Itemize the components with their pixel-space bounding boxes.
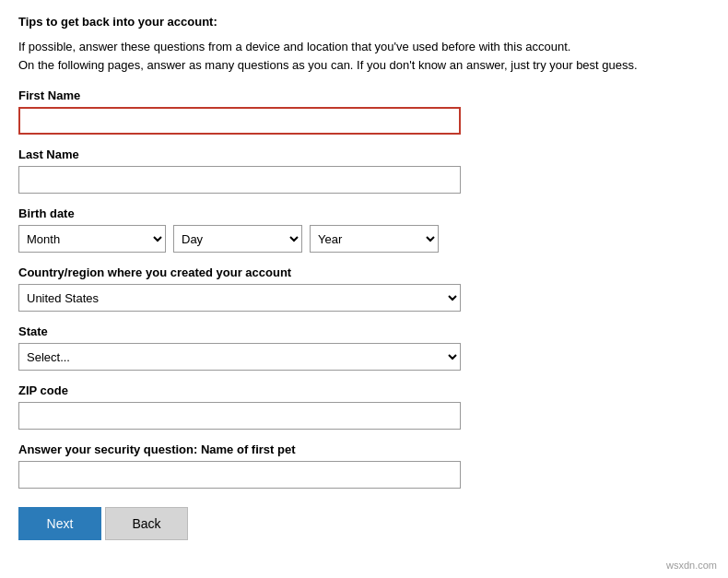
state-group: State Select...: [18, 324, 710, 371]
month-select[interactable]: Month January February March April May J…: [18, 225, 166, 253]
zip-label: ZIP code: [18, 383, 710, 397]
country-select[interactable]: United States: [18, 284, 461, 312]
year-select[interactable]: Year: [310, 225, 439, 253]
state-select[interactable]: Select...: [18, 343, 461, 371]
security-group: Answer your security question: Name of f…: [18, 442, 710, 489]
watermark: wsxdn.com: [666, 560, 717, 571]
tips-title: Tips to get back into your account:: [18, 15, 710, 29]
next-button[interactable]: Next: [18, 507, 101, 540]
first-name-group: First Name: [18, 88, 710, 135]
day-select[interactable]: Day 1234 5678 9101112 13141516 17181920 …: [173, 225, 302, 253]
birth-date-group: Birth date Month January February March …: [18, 206, 710, 253]
birth-date-label: Birth date: [18, 206, 710, 220]
country-group: Country/region where you created your ac…: [18, 265, 710, 312]
security-label: Answer your security question: Name of f…: [18, 442, 710, 456]
security-input[interactable]: [18, 461, 461, 489]
last-name-input[interactable]: [18, 166, 461, 194]
first-name-input[interactable]: [18, 107, 461, 135]
zip-group: ZIP code: [18, 383, 710, 430]
first-name-label: First Name: [18, 88, 710, 102]
zip-input[interactable]: [18, 402, 461, 430]
state-label: State: [18, 324, 710, 338]
last-name-label: Last Name: [18, 147, 710, 161]
country-label: Country/region where you created your ac…: [18, 265, 710, 279]
button-row: Next Back: [18, 507, 710, 540]
tips-text: If possible, answer these questions from…: [18, 38, 710, 74]
last-name-group: Last Name: [18, 147, 710, 194]
birthdate-row: Month January February March April May J…: [18, 225, 710, 253]
back-button[interactable]: Back: [105, 507, 188, 540]
